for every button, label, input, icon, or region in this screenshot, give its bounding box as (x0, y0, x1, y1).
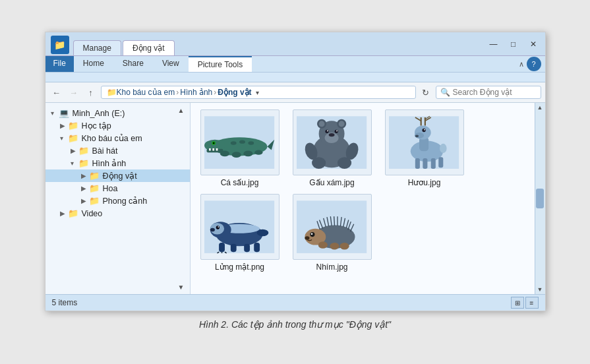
maximize-button[interactable]: □ (504, 37, 523, 51)
grid-view-button[interactable]: ⊞ (511, 297, 524, 309)
list-view-button[interactable]: ≡ (525, 297, 539, 309)
svg-point-26 (335, 130, 338, 133)
tab-dong-vat[interactable]: Động vật (123, 40, 175, 55)
items-count: 5 items (52, 298, 78, 307)
ribbon-tab-bar: File Home Share View Picture Tools ∧ ? (45, 56, 545, 73)
sidebar-item-hoa[interactable]: ▶ 📁 Hoa (45, 182, 190, 195)
svg-point-13 (255, 150, 263, 155)
svg-point-14 (231, 141, 237, 144)
folder-icon: 📁 (89, 183, 100, 193)
path-part-2[interactable]: Hình ảnh (180, 88, 212, 97)
view-buttons: ⊞ ≡ (511, 297, 539, 309)
svg-point-25 (326, 130, 329, 133)
svg-point-16 (249, 141, 254, 144)
svg-point-64 (257, 229, 269, 237)
svg-point-84 (311, 233, 313, 235)
expand-icon: ▶ (71, 147, 78, 154)
svg-point-29 (329, 133, 335, 136)
sidebar-item-bai-hat[interactable]: ▶ 📁 Bài hát (45, 144, 190, 157)
folder-icon: 📁 (68, 121, 78, 131)
svg-line-78 (334, 216, 335, 226)
file-thumbnail-huou (385, 109, 464, 175)
file-area: Cá sấu.jpg (191, 103, 535, 294)
window: 📁 Manage Động vật — □ ✕ File Home Share … (45, 32, 546, 311)
sep-2: › (214, 88, 216, 97)
status-bar: 5 items ⊞ ≡ (45, 294, 545, 311)
ribbon-tab-file[interactable]: File (45, 56, 74, 72)
file-name-huou: Hươu.jpg (408, 178, 441, 187)
folder-icon: 📁 (78, 158, 89, 168)
svg-rect-47 (415, 158, 420, 169)
sidebar-label: Học tập (82, 121, 111, 131)
sidebar-scroll-up[interactable]: ▲ (177, 106, 186, 115)
path-part-3[interactable]: Động vật (218, 88, 251, 97)
search-input[interactable] (453, 88, 537, 97)
svg-rect-6 (213, 148, 215, 151)
sidebar-label: Video (82, 209, 103, 218)
help-button[interactable]: ? (527, 57, 541, 71)
svg-point-59 (210, 228, 215, 231)
up-button[interactable]: ↑ (84, 85, 98, 100)
sidebar-item-minh-anh[interactable]: ▾ 💻 Minh_Anh (E:) (45, 107, 190, 119)
sidebar-label: Kho báu của em (82, 133, 142, 143)
scroll-up-arrow[interactable]: ▲ (537, 104, 543, 111)
path-dropdown-icon[interactable]: ▾ (256, 89, 259, 96)
svg-point-86 (318, 241, 328, 249)
file-item-huou[interactable]: Hươu.jpg (382, 109, 467, 187)
close-button[interactable]: ✕ (524, 37, 543, 51)
minimize-button[interactable]: — (485, 37, 503, 51)
sidebar-item-video[interactable]: ▶ 📁 Video (45, 207, 190, 220)
file-name-lung-mat: Lửng mật.png (215, 262, 264, 272)
ribbon-tab-view[interactable]: View (153, 56, 189, 72)
sidebar-label: Minh_Anh (E:) (73, 109, 125, 118)
svg-rect-62 (245, 244, 251, 252)
svg-rect-61 (231, 244, 237, 252)
ribbon-tab-picture-tools[interactable]: Picture Tools (189, 56, 252, 72)
scroll-down-arrow[interactable]: ▼ (537, 286, 543, 293)
ribbon-content (45, 73, 545, 82)
sidebar-item-kho-bau[interactable]: ▾ 📁 Kho báu của em (45, 132, 190, 144)
folder-icon: 📁 (78, 146, 89, 156)
ribbon-tab-share[interactable]: Share (113, 56, 153, 72)
sidebar-item-dong-vat[interactable]: ▶ 📁 Động vật (45, 169, 190, 182)
search-icon: 🔍 (440, 88, 450, 97)
file-item-nhim[interactable]: Nhím.jpg (289, 194, 375, 272)
search-box[interactable]: 🔍 (436, 86, 541, 99)
title-tabs: 📁 Manage Động vật (45, 32, 485, 55)
svg-point-88 (340, 243, 349, 250)
expand-icon: ▶ (81, 197, 89, 204)
collapse-ribbon-icon[interactable]: ∧ (519, 60, 524, 69)
sidebar-item-hoc-tap[interactable]: ▶ 📁 Học tập (45, 119, 190, 132)
svg-point-57 (216, 226, 220, 229)
svg-point-51 (440, 144, 447, 153)
tab-manage[interactable]: Manage (73, 40, 121, 55)
sidebar-scroll-down[interactable]: ▼ (177, 282, 186, 291)
svg-point-28 (337, 130, 338, 131)
file-item-ca-sau[interactable]: Cá sấu.jpg (197, 109, 283, 187)
forward-button[interactable]: → (67, 85, 81, 100)
path-part-1[interactable]: Kho báu của em (117, 88, 175, 97)
scrollbar[interactable]: ▲ ▼ (535, 103, 545, 294)
refresh-button[interactable]: ↻ (419, 85, 433, 100)
file-item-lung-mat[interactable]: Lửng mật.png (197, 194, 283, 272)
file-item-gau-xam[interactable]: Gấu xám.jpg (289, 109, 375, 187)
figure-caption: Hình 2. Các tệp ảnh trong thư mục "Động … (199, 311, 391, 332)
svg-point-22 (319, 121, 325, 127)
address-path[interactable]: 📁 Kho báu của em › Hình ảnh › Động vật ▾ (101, 86, 416, 99)
drive-icon: 💻 (59, 108, 69, 118)
file-name-ca-sau: Cá sấu.jpg (221, 178, 259, 187)
expand-icon: ▶ (81, 172, 89, 179)
sidebar-item-phong-canh[interactable]: ▶ 📁 Phong cảnh (45, 195, 190, 207)
folder-icon: 📁 (68, 208, 78, 218)
ribbon-tab-home[interactable]: Home (74, 56, 113, 72)
sidebar-label: Hoa (103, 184, 118, 193)
sidebar-item-hinh-anh[interactable]: ▾ 📁 Hình ảnh (45, 157, 190, 169)
file-thumbnail-gau-xam (293, 109, 372, 175)
svg-point-9 (213, 142, 215, 144)
sidebar-label: Hình ảnh (92, 158, 127, 168)
scroll-thumb[interactable] (536, 189, 544, 208)
svg-rect-50 (439, 157, 444, 167)
back-button[interactable]: ← (49, 85, 64, 100)
expand-icon: ▶ (60, 210, 68, 217)
svg-rect-7 (216, 148, 218, 151)
